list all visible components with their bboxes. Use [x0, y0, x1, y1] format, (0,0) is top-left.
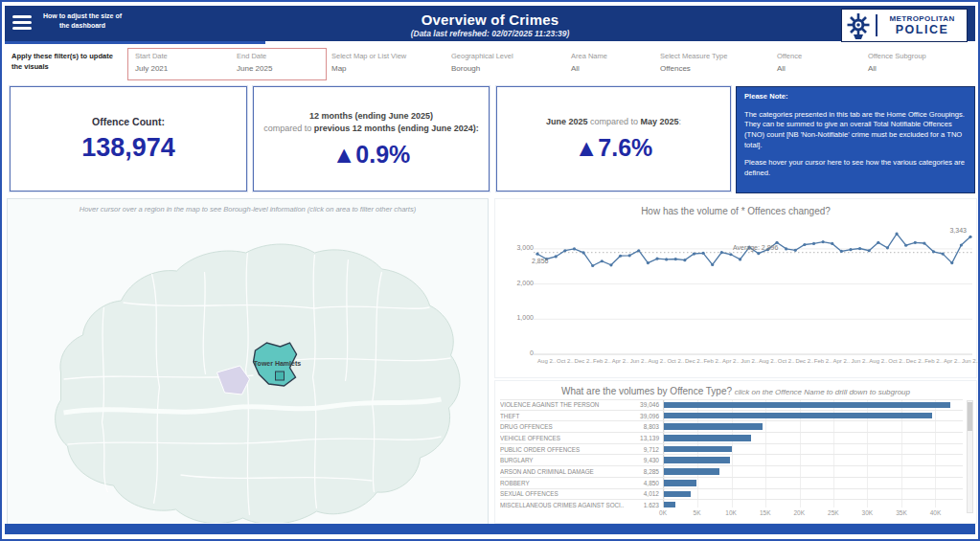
offence-name[interactable]: ARSON AND CRIMINAL DAMAGE — [500, 468, 625, 475]
offence-row: THEFT39,096 — [500, 411, 963, 422]
filter-label: Select Map or List View — [331, 52, 439, 60]
offence-name[interactable]: SEXUAL OFFENCES — [500, 490, 625, 497]
filter-label: End Date — [237, 52, 272, 60]
offence-row: ROBBERY4,850 — [500, 478, 963, 489]
offence-bar[interactable] — [664, 502, 675, 507]
offence-bar[interactable] — [664, 402, 950, 408]
filter-value[interactable]: All — [777, 64, 802, 73]
offence-name[interactable]: VIOLENCE AGAINST THE PERSON — [500, 401, 625, 408]
map-hint-text: Hover cursor over a region in the map to… — [8, 199, 488, 214]
bar-track — [663, 421, 963, 432]
offence-name[interactable]: PUBLIC ORDER OFFENCES — [500, 446, 625, 453]
filter-value[interactable]: Borough — [451, 64, 513, 73]
bar-axis-tick: 15K — [760, 509, 771, 516]
offence-count: 9,430 — [625, 457, 663, 463]
filter-label: Geographical Level — [451, 52, 513, 60]
offence-count: 8,803 — [625, 423, 663, 430]
bar-axis-tick: 30K — [862, 509, 874, 516]
filter-label: Select Measure Type — [660, 52, 727, 60]
filter-offence-subgroup[interactable]: Offence SubgroupAll — [868, 52, 926, 73]
header-bar: How to adjust the size of the dashboard … — [5, 6, 975, 41]
offence-bar[interactable] — [664, 423, 763, 430]
x-axis-tick: Oct 2.. — [888, 358, 905, 364]
filter-value[interactable]: All — [571, 64, 607, 73]
x-axis-tick: Aug 2.. — [649, 358, 667, 364]
x-axis-tick: Feb 2.. — [814, 358, 832, 364]
bar-chart-x-axis: 0K5K10K15K20K25K30K35K40K — [663, 509, 963, 519]
offence-bar[interactable] — [664, 480, 696, 486]
offence-row: DRUG OFFENCES8,803 — [500, 421, 963, 433]
tower-hamlets-sub-area[interactable] — [276, 372, 285, 380]
x-axis-tick: Apr 2.. — [722, 358, 740, 364]
logo-text: METROPOLITAN POLICE — [876, 14, 961, 36]
bar-track — [663, 466, 963, 477]
filter-start-date[interactable]: Start DateJuly 2021 — [135, 52, 168, 73]
bar-track — [663, 400, 963, 410]
filter-select-measure-type[interactable]: Select Measure TypeOffences — [660, 52, 727, 73]
please-note-box[interactable]: Please Note: The categories presented in… — [736, 86, 975, 193]
filter-end-date[interactable]: End DateJune 2025 — [237, 52, 272, 73]
offence-count-value: 138,974 — [81, 133, 175, 163]
offences-line-chart[interactable]: 2,856Average: 2,8963,343 — [530, 220, 976, 364]
svg-text:2,856: 2,856 — [532, 258, 549, 264]
filter-geographical-level[interactable]: Geographical LevelBorough — [451, 52, 513, 73]
borough-map-panel: Hover cursor over a region in the map to… — [7, 198, 489, 525]
filter-bar: Apply these filter(s) to update the visu… — [5, 44, 975, 84]
filter-value[interactable]: Map — [331, 64, 439, 73]
offence-count: 9,712 — [625, 446, 663, 453]
filter-value[interactable]: June 2025 — [237, 64, 272, 73]
line-chart-title: How has the volume of * Offences changed… — [495, 199, 976, 216]
bar-chart-title: What are the volumes by Offence Type? cl… — [495, 381, 976, 396]
offence-bar[interactable] — [664, 468, 719, 475]
filter-area-name[interactable]: Area NameAll — [571, 52, 607, 73]
bar-axis-tick: 20K — [793, 509, 805, 516]
scrollbar-thumb[interactable] — [968, 402, 972, 431]
london-outline[interactable] — [56, 244, 460, 523]
offence-bar[interactable] — [664, 446, 732, 453]
filter-value[interactable]: July 2021 — [135, 64, 168, 73]
mom-suffix: : — [679, 117, 682, 126]
offence-count-label: Offence Count: — [92, 116, 165, 127]
bar-chart-scrollbar[interactable] — [967, 400, 973, 513]
offence-name[interactable]: DRUG OFFENCES — [500, 423, 625, 430]
y-axis-tick: 1,000 — [497, 314, 534, 321]
police-crest-icon — [846, 11, 871, 40]
line-chart-x-axis: Aug 2..Oct 2..Dec 2..Feb 2..Apr 2..Jun 2… — [530, 358, 976, 370]
x-axis-tick: Feb 2.. — [593, 358, 611, 364]
offence-row: PUBLIC ORDER OFFENCES9,712 — [500, 444, 963, 456]
offence-bar[interactable] — [664, 457, 730, 463]
offence-bar[interactable] — [664, 491, 691, 498]
filter-offence[interactable]: OffenceAll — [777, 52, 802, 73]
filter-select-map-or-list-view[interactable]: Select Map or List ViewMap — [331, 52, 439, 73]
svg-text:3,343: 3,343 — [949, 227, 967, 234]
y-axis-tick: 2,000 — [497, 280, 534, 286]
bar-track — [663, 478, 963, 488]
note-paragraph-1: The categories presented in this tab are… — [744, 110, 967, 151]
x-axis-tick: Dec 2.. — [906, 358, 924, 364]
offence-name[interactable]: BURGLARY — [500, 457, 625, 463]
bar-track — [663, 489, 963, 500]
offence-count: 4,012 — [625, 490, 663, 497]
filter-label: Offence Subgroup — [868, 52, 926, 60]
filter-value[interactable]: Offences — [660, 64, 727, 73]
x-axis-tick: Jun 2.. — [741, 358, 758, 364]
filter-value[interactable]: All — [868, 64, 926, 73]
offence-count: 13,139 — [625, 435, 663, 441]
x-axis-tick: Apr 2.. — [833, 358, 851, 364]
offence-name[interactable]: VEHICLE OFFENCES — [500, 435, 625, 441]
x-axis-tick: Dec 2.. — [795, 358, 813, 364]
offence-name[interactable]: MISCELLANEOUS CRIMES AGAINST SOCI.. — [500, 502, 625, 507]
page-title: Overview of Crimes — [5, 11, 975, 28]
offence-name[interactable]: ROBBERY — [500, 480, 625, 486]
note-title: Please Note: — [744, 92, 967, 102]
offence-name[interactable]: THEFT — [500, 413, 625, 419]
offence-count: 8,285 — [625, 468, 663, 475]
offence-type-bar-chart-panel: What are the volumes by Offence Type? cl… — [494, 380, 977, 524]
offence-row: VEHICLE OFFENCES13,139 — [500, 433, 963, 444]
x-axis-tick: Jun 2.. — [852, 358, 869, 364]
offence-bar[interactable] — [664, 435, 751, 441]
offence-bar[interactable] — [664, 413, 932, 419]
london-borough-map[interactable]: Tower Hamlets — [8, 216, 488, 523]
bar-chart-rows: VIOLENCE AGAINST THE PERSON39,046THEFT39… — [500, 399, 963, 507]
volume-line-chart-panel[interactable]: How has the volume of * Offences changed… — [494, 198, 977, 378]
